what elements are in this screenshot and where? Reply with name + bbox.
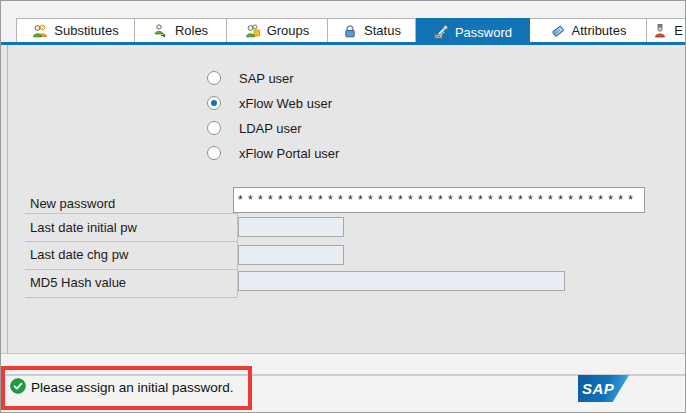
md5-hash-value-field[interactable]	[238, 271, 565, 291]
tab-label: Substitutes	[54, 23, 118, 38]
last-date-initial-pw-field[interactable]	[238, 217, 344, 237]
roles-icon	[153, 23, 169, 39]
new-password-label: New password	[30, 196, 115, 211]
last-date-chg-pw-label: Last date chg pw	[30, 247, 128, 262]
last-date-chg-pw-field[interactable]	[238, 245, 344, 265]
password-key-icon	[433, 24, 449, 40]
tab-attributes[interactable]: Attributes	[530, 18, 647, 42]
groups-icon	[245, 23, 261, 39]
tab-substitutes[interactable]: Substitutes	[16, 18, 135, 42]
radio-label: SAP user	[239, 71, 294, 86]
tab-label: Password	[455, 25, 512, 40]
tab-label: Groups	[267, 23, 310, 38]
tab-label: Attributes	[572, 23, 627, 38]
radio-button-selected[interactable]	[207, 96, 221, 110]
panel-left-border	[7, 45, 8, 363]
status-message: Please assign an initial password.	[31, 380, 234, 395]
attributes-tag-icon	[550, 23, 566, 39]
tab-bar: Substitutes Roles Groups	[16, 18, 686, 42]
tab-accent-bar	[1, 42, 685, 45]
radio-option-xflow-web-user[interactable]: xFlow Web user	[207, 95, 332, 111]
password-settings-window: Substitutes Roles Groups	[0, 0, 686, 413]
radio-label: xFlow Portal user	[239, 146, 339, 161]
radio-label: xFlow Web user	[239, 96, 332, 111]
last-date-initial-pw-label: Last date initial pw	[30, 220, 137, 235]
radio-button[interactable]	[207, 121, 221, 135]
row-separator	[25, 213, 237, 214]
radio-option-sap-user[interactable]: SAP user	[207, 70, 294, 86]
person-icon	[652, 23, 668, 39]
radio-button[interactable]	[207, 71, 221, 85]
md5-hash-value-label: MD5 Hash value	[30, 275, 126, 290]
radio-label: LDAP user	[239, 121, 302, 136]
tab-status[interactable]: Status	[328, 18, 416, 42]
tab-groups[interactable]: Groups	[227, 18, 328, 42]
radio-option-ldap-user[interactable]: LDAP user	[207, 120, 302, 136]
tab-label: Roles	[175, 23, 208, 38]
status-lock-icon	[342, 23, 358, 39]
tab-clipped[interactable]: E	[647, 18, 686, 42]
success-check-icon	[10, 378, 26, 394]
radio-button[interactable]	[207, 146, 221, 160]
row-separator	[25, 269, 237, 270]
row-separator	[25, 297, 237, 298]
radio-option-xflow-portal-user[interactable]: xFlow Portal user	[207, 145, 339, 161]
tab-label: Status	[364, 23, 401, 38]
tab-password[interactable]: Password	[416, 18, 530, 45]
tab-roles[interactable]: Roles	[135, 18, 227, 42]
new-password-input[interactable]: * * * * * * * * * * * * * * * * * * * * …	[233, 187, 645, 213]
tab-label: E	[674, 23, 683, 38]
row-separator	[25, 241, 237, 242]
substitutes-icon	[32, 23, 48, 39]
